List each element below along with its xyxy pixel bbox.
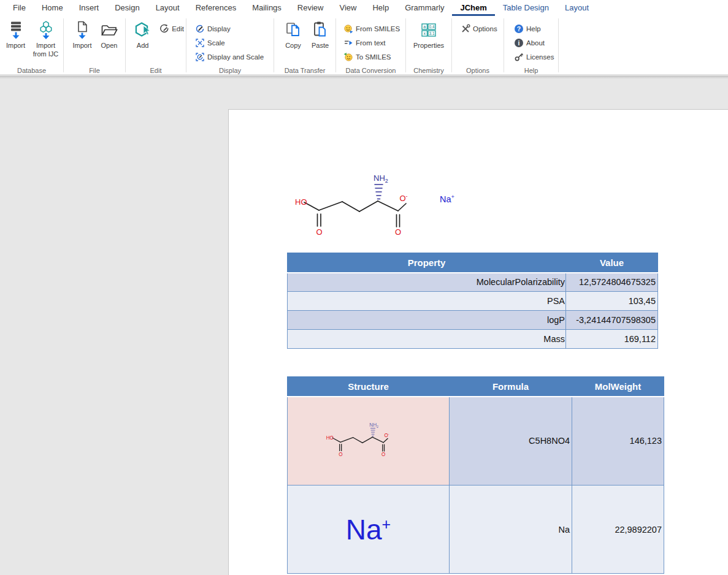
from-text-button[interactable]: From text <box>341 36 405 50</box>
property-value-cell[interactable]: -3,24144707598305 <box>566 311 658 330</box>
property-value-cell[interactable]: 169,112 <box>566 330 658 349</box>
properties-table[interactable]: Property Value MolecularPolarizability 1… <box>287 253 658 349</box>
molweight-cell[interactable]: 22,9892207 <box>572 486 664 574</box>
table-row: Na+ Na 22,9892207 <box>288 486 664 574</box>
database-import-icon <box>6 20 26 40</box>
svg-text:a: a <box>423 25 426 29</box>
options-button[interactable]: Options <box>458 21 504 36</box>
group-label-edit: Edit <box>126 67 186 74</box>
button-label: Add <box>137 42 149 50</box>
button-label: Properties <box>413 42 444 50</box>
button-label: About <box>526 39 545 47</box>
atom-label-o-left: O <box>316 227 322 237</box>
table-row: PSA 103,45 <box>288 292 658 311</box>
header-property[interactable]: Property <box>288 253 566 273</box>
display-and-scale-icon <box>194 51 205 62</box>
button-label: Display and Scale <box>207 53 264 61</box>
molweight-cell[interactable]: 146,123 <box>572 397 664 486</box>
property-value-cell[interactable]: 12,5724804675325 <box>566 273 658 292</box>
file-import-button[interactable]: Import <box>69 18 96 50</box>
tab-home[interactable]: Home <box>34 0 71 16</box>
structure-cell-glutamate[interactable]: HO O O O- NH2 <box>288 397 450 486</box>
group-data-conversion: From SMILES From text <box>336 16 405 75</box>
tab-layout[interactable]: Layout <box>148 0 188 16</box>
svg-text:i: i <box>518 39 519 46</box>
tab-grammarly[interactable]: Grammarly <box>397 0 452 16</box>
add-structure-button[interactable]: Add <box>131 18 155 50</box>
tab-jchem[interactable]: JChem <box>452 0 494 16</box>
from-text-icon <box>343 37 353 48</box>
atom-label-o-right: O <box>395 227 401 237</box>
document-page[interactable]: HO O O O- NH2 Na+ Property Value Molecul… <box>228 109 728 575</box>
display-button[interactable]: Display <box>193 21 274 36</box>
edit-pencil-icon <box>159 23 169 34</box>
tab-table-design[interactable]: Table Design <box>495 0 557 16</box>
scale-button[interactable]: Scale <box>193 36 274 50</box>
structures-table[interactable]: Structure Formula MolWeight <box>287 376 664 574</box>
tab-references[interactable]: References <box>188 0 244 16</box>
header-molweight[interactable]: MolWeight <box>572 377 664 397</box>
import-from-ijc-button[interactable]: Import from IJC <box>29 18 62 59</box>
tab-review[interactable]: Review <box>289 0 332 16</box>
database-import-button[interactable]: Import <box>2 18 29 50</box>
hashed-wedge-bond <box>375 185 383 199</box>
tab-mailings[interactable]: Mailings <box>244 0 289 16</box>
button-label: Import from IJC <box>29 42 62 59</box>
display-compass-icon <box>194 23 205 34</box>
group-label-data-conversion: Data Conversion <box>336 67 405 74</box>
licenses-button[interactable]: Licenses <box>512 50 558 64</box>
button-label: Open <box>101 42 118 50</box>
key-icon <box>513 51 524 62</box>
tab-layout-contextual[interactable]: Layout <box>557 0 597 16</box>
group-separator <box>558 18 559 72</box>
svg-text:O: O <box>381 452 385 457</box>
glutamate-structure-object[interactable]: HO O O O- NH2 <box>283 166 424 246</box>
svg-text:HO: HO <box>326 435 334 441</box>
button-label: To SMILES <box>356 53 391 61</box>
tab-view[interactable]: View <box>331 0 364 16</box>
help-button[interactable]: ? Help <box>512 21 558 36</box>
button-label: From text <box>356 39 386 47</box>
tab-insert[interactable]: Insert <box>71 0 107 16</box>
property-name-cell[interactable]: logP <box>288 311 566 330</box>
properties-button[interactable]: a 0.4 x 3.1 Properties <box>410 18 448 50</box>
button-label: Licenses <box>526 53 554 61</box>
table-header-row: Structure Formula MolWeight <box>288 377 664 397</box>
structure-cell-sodium[interactable]: Na+ <box>288 486 450 574</box>
properties-grid-icon: a 0.4 x 3.1 <box>418 20 439 40</box>
from-smiles-button[interactable]: From SMILES <box>341 21 405 36</box>
property-name-cell[interactable]: PSA <box>288 292 566 311</box>
table-row: HO O O O- NH2 C5H8NO4 146,123 <box>288 397 664 486</box>
open-button[interactable]: Open <box>96 18 123 50</box>
svg-text:NH2: NH2 <box>369 422 378 428</box>
header-value[interactable]: Value <box>566 253 658 273</box>
group-database: Import Import from IJC Da <box>0 16 63 75</box>
paste-icon <box>310 20 331 40</box>
paste-button[interactable]: Paste <box>307 18 334 50</box>
to-smiles-button[interactable]: To SMILES <box>341 50 405 64</box>
tab-design[interactable]: Design <box>107 0 147 16</box>
tab-help[interactable]: Help <box>364 0 397 16</box>
group-label-chemistry: Chemistry <box>406 67 451 74</box>
formula-cell[interactable]: Na <box>450 486 572 574</box>
header-structure[interactable]: Structure <box>288 377 450 397</box>
glutamate-structure-thumbnail: HO O O O- NH2 <box>321 418 397 462</box>
about-button[interactable]: i About <box>512 36 558 50</box>
property-name-cell[interactable]: MolecularPolarizability <box>288 273 566 292</box>
table-header-row: Property Value <box>288 253 658 273</box>
open-folder-icon <box>99 20 120 40</box>
button-label: Scale <box>207 39 225 47</box>
ribbon-shadow <box>0 75 728 79</box>
edit-structure-button[interactable]: Edit <box>157 21 186 36</box>
property-name-cell[interactable]: Mass <box>288 330 566 349</box>
formula-cell[interactable]: C5H8NO4 <box>450 397 572 486</box>
button-label: Display <box>207 25 231 32</box>
tools-icon <box>460 23 470 34</box>
property-value-cell[interactable]: 103,45 <box>566 292 658 311</box>
tab-file[interactable]: File <box>5 0 34 16</box>
svg-text:3.1: 3.1 <box>429 31 434 36</box>
display-and-scale-button[interactable]: Display and Scale <box>193 50 274 64</box>
copy-button[interactable]: Copy <box>280 18 307 50</box>
add-hexagon-cursor-icon <box>132 20 153 40</box>
header-formula[interactable]: Formula <box>450 377 572 397</box>
